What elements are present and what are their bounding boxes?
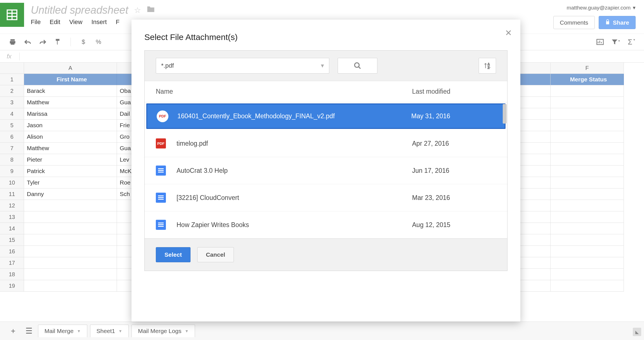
pdf-icon: PDF: [157, 110, 174, 122]
modal-title: Select File Attachment(s): [144, 32, 507, 42]
svg-line-6: [359, 67, 361, 69]
search-button[interactable]: [338, 58, 377, 74]
file-name: How Zapier Writes Books: [173, 221, 412, 229]
file-row[interactable]: PDFtimelog.pdfApr 27, 2016: [145, 130, 507, 157]
file-date: Mar 23, 2016: [412, 194, 496, 202]
select-button[interactable]: Select: [156, 247, 191, 262]
file-name: AutoCrat 3.0 Help: [173, 167, 412, 174]
column-header-name[interactable]: Name: [156, 88, 412, 95]
chevron-down-icon: ▾: [321, 62, 324, 69]
cancel-button[interactable]: Cancel: [197, 247, 234, 262]
doc-icon: [156, 193, 173, 203]
modal-backdrop: ✕ Select File Attachment(s) *.pdf ▾ AZ N…: [0, 0, 644, 340]
doc-icon: [156, 220, 173, 230]
svg-text:Z: Z: [488, 66, 490, 69]
file-date: Aug 12, 2015: [412, 221, 496, 229]
sort-button[interactable]: AZ: [479, 58, 496, 74]
file-list: PDF160401_Contently_Ebook_Methodology_FI…: [145, 102, 507, 239]
file-row[interactable]: AutoCrat 3.0 HelpJun 17, 2016: [145, 157, 507, 184]
file-name: [32216] CloudConvert: [173, 194, 412, 202]
file-type-filter[interactable]: *.pdf ▾: [156, 58, 329, 74]
file-date: Apr 27, 2016: [412, 140, 496, 147]
file-row[interactable]: [32216] CloudConvertMar 23, 2016: [145, 184, 507, 211]
file-name: timelog.pdf: [173, 140, 412, 147]
file-name: 160401_Contently_Ebook_Methodology_FINAL…: [174, 112, 411, 120]
file-picker-modal: ✕ Select File Attachment(s) *.pdf ▾ AZ N…: [131, 20, 520, 322]
file-date: May 31, 2016: [411, 112, 495, 120]
filter-value: *.pdf: [161, 62, 174, 69]
file-row[interactable]: PDF160401_Contently_Ebook_Methodology_FI…: [146, 103, 506, 129]
pdf-icon: PDF: [156, 138, 173, 148]
file-row[interactable]: How Zapier Writes BooksAug 12, 2015: [145, 211, 507, 239]
file-date: Jun 17, 2016: [412, 167, 496, 174]
file-picker: *.pdf ▾ AZ Name Last modified PDF160401_…: [144, 50, 507, 271]
close-icon[interactable]: ✕: [505, 28, 512, 38]
column-header-modified[interactable]: Last modified: [412, 88, 496, 95]
scrollbar-thumb[interactable]: [503, 104, 507, 124]
svg-text:A: A: [488, 62, 490, 66]
doc-icon: [156, 166, 173, 176]
svg-point-5: [355, 63, 359, 67]
